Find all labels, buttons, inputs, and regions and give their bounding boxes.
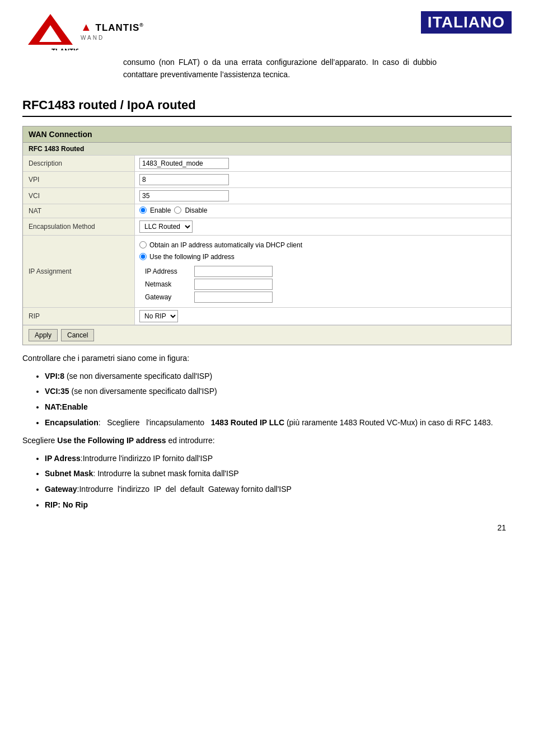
ip-fields: IP Address Netmask Gateway	[139, 264, 507, 303]
bullet-vpi: VPI:8 (se non diversamente specificato d…	[45, 370, 512, 383]
nat-radio-group: Enable Disable	[139, 206, 507, 214]
bullet-subnet-bold: Subnet Mask	[45, 469, 93, 478]
vpi-input[interactable]	[139, 174, 229, 185]
description-row: Description	[23, 156, 511, 172]
bullets-list-2: IP Adress:Introdurre l'indirizzo IP forn…	[22, 452, 512, 512]
dhcp-option-row: Obtain an IP address automatically via D…	[139, 240, 507, 250]
encapsulation-row: Encapsulation Method LLC Routed VC Mux	[23, 218, 511, 236]
logo-wand-label: WAND	[81, 35, 144, 41]
apply-button[interactable]: Apply	[29, 329, 58, 341]
vpi-value	[135, 172, 511, 187]
nat-enable-radio[interactable]	[139, 206, 147, 214]
svg-text:TLANTIS: TLANTIS	[51, 48, 78, 50]
ip-assignment-label: IP Assignment	[23, 236, 135, 307]
scegliere-bold: Use the Following IP address	[57, 436, 166, 445]
bullet-gateway-bold: Gateway	[45, 485, 77, 494]
section-title: RFC1483 routed / IpoA routed	[22, 98, 512, 117]
ip-address-input[interactable]	[194, 266, 273, 277]
netmask-input[interactable]	[194, 279, 273, 290]
form-buttons: Apply Cancel	[23, 325, 511, 345]
wan-connection-subheader: RFC 1483 Routed	[23, 143, 511, 156]
check-text: Controllare che i parametri siano come i…	[22, 352, 512, 365]
gateway-input[interactable]	[194, 292, 273, 303]
dhcp-radio[interactable]	[139, 241, 147, 248]
rip-row: RIP No RIP RIP v1 RIP v2	[23, 308, 511, 325]
logo: A TLANTIS WAND ▲ TLANTIS® WAND	[22, 11, 144, 50]
vci-label: VCI	[23, 188, 135, 204]
vci-row: VCI	[23, 188, 511, 204]
logo-image: A TLANTIS WAND	[22, 11, 78, 50]
wan-connection-panel: WAN Connection RFC 1483 Routed Descripti…	[22, 126, 512, 345]
bullet-vci-bold: VCI:35	[45, 387, 69, 396]
ip-address-row: IP Address	[145, 266, 507, 277]
logo-brand-name: ▲ TLANTIS®	[81, 21, 144, 34]
scegliere-text: Scegliere Use the Following IP address e…	[22, 434, 512, 448]
vci-value	[135, 188, 511, 204]
netmask-label: Netmask	[145, 280, 190, 288]
bullet-rip: RIP: No Rip	[45, 499, 512, 512]
svg-text:A: A	[45, 30, 52, 41]
static-label: Use the following IP address	[149, 253, 235, 261]
nat-disable-radio[interactable]	[174, 206, 181, 214]
bullet-subnet: Subnet Mask: Introdurre la subnet mask f…	[45, 467, 512, 481]
description-value	[135, 156, 511, 171]
bullet-ip-bold: IP Adress	[45, 454, 81, 463]
gateway-label: Gateway	[145, 293, 190, 301]
bullet-encap-bold: Encapsulation	[45, 418, 99, 427]
encapsulation-label: Encapsulation Method	[23, 218, 135, 235]
wan-connection-header: WAN Connection	[23, 126, 511, 143]
vci-input[interactable]	[139, 190, 229, 201]
nat-disable-label: Disable	[185, 206, 207, 214]
ip-assignment-row: IP Assignment Obtain an IP address autom…	[23, 236, 511, 308]
rip-label: RIP	[23, 308, 135, 325]
gateway-row: Gateway	[145, 292, 507, 303]
description-input[interactable]	[139, 158, 229, 169]
bullet-gateway: Gateway:Introdurre l'indirizzo IP del de…	[45, 483, 512, 496]
ip-address-label: IP Address	[145, 267, 190, 275]
bullet-nat: NAT:Enable	[45, 401, 512, 414]
netmask-row: Netmask	[145, 279, 507, 290]
dhcp-label: Obtain an IP address automatically via D…	[149, 241, 302, 249]
bullets-list-1: VPI:8 (se non diversamente specificato d…	[22, 370, 512, 430]
vpi-row: VPI	[23, 172, 511, 188]
static-radio[interactable]	[139, 253, 147, 260]
bullet-encap-value: 1483 Routed IP LLC	[211, 418, 284, 427]
bullet-nat-bold: NAT:Enable	[45, 402, 88, 411]
encapsulation-value: LLC Routed VC Mux	[135, 218, 511, 235]
nat-enable-label: Enable	[150, 206, 171, 214]
encapsulation-select[interactable]: LLC Routed VC Mux	[139, 220, 193, 233]
logo-a-icon: ▲	[81, 21, 92, 33]
page-number: 21	[22, 523, 512, 532]
vpi-label: VPI	[23, 172, 135, 187]
bullet-encap: Encapsulation: Scegliere l'incapsulament…	[45, 416, 512, 430]
bullet-rip-bold: RIP: No Rip	[45, 500, 88, 509]
language-badge: ITALIANO	[421, 11, 512, 34]
bullet-vpi-bold: VPI:8	[45, 372, 64, 381]
ip-assignment-value: Obtain an IP address automatically via D…	[135, 236, 511, 307]
page-header: A TLANTIS WAND ▲ TLANTIS® WAND ITALIANO	[22, 11, 512, 50]
description-label: Description	[23, 156, 135, 171]
nat-label: NAT	[23, 204, 135, 218]
nat-value: Enable Disable	[135, 204, 511, 218]
nat-row: NAT Enable Disable	[23, 204, 511, 218]
rip-select[interactable]: No RIP RIP v1 RIP v2	[139, 310, 178, 322]
intro-paragraph: consumo (non FLAT) o da una errata confi…	[123, 56, 437, 81]
bullet-ip-address: IP Adress:Introdurre l'indirizzo IP forn…	[45, 452, 512, 466]
logo-text: ▲ TLANTIS® WAND	[81, 21, 144, 41]
rip-value: No RIP RIP v1 RIP v2	[135, 308, 511, 325]
bullet-vci: VCI:35 (se non diversamente specificato …	[45, 385, 512, 398]
cancel-button[interactable]: Cancel	[61, 329, 94, 341]
ip-assignment-options: Obtain an IP address automatically via D…	[139, 238, 507, 305]
static-option-row: Use the following IP address	[139, 252, 507, 262]
